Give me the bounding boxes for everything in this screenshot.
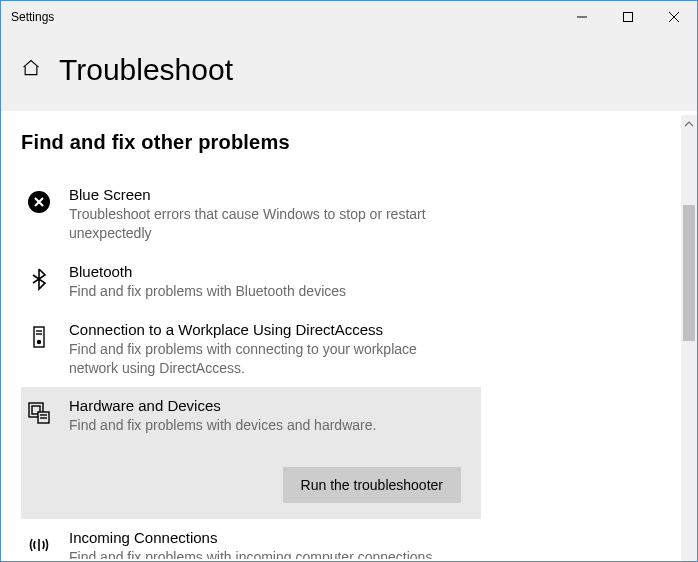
- hardware-icon: [25, 399, 53, 427]
- incoming-icon: [25, 531, 53, 559]
- run-troubleshooter-button[interactable]: Run the troubleshooter: [283, 467, 461, 503]
- blue-screen-icon: [25, 188, 53, 216]
- item-desc: Find and fix problems with Bluetooth dev…: [69, 282, 346, 301]
- bluetooth-icon: [25, 265, 53, 293]
- item-title: Connection to a Workplace Using DirectAc…: [69, 321, 467, 338]
- content-area: Find and fix other problems Blue Screen …: [1, 111, 697, 559]
- item-title: Bluetooth: [69, 263, 346, 280]
- window-title: Settings: [11, 10, 54, 24]
- item-hardware-devices[interactable]: Hardware and Devices Find and fix proble…: [21, 387, 481, 519]
- scroll-thumb[interactable]: [683, 205, 695, 341]
- page-title: Troubleshoot: [59, 53, 233, 87]
- item-title: Hardware and Devices: [69, 397, 376, 414]
- close-button[interactable]: [651, 1, 697, 33]
- item-title: Blue Screen: [69, 186, 467, 203]
- item-title: Incoming Connections: [69, 529, 432, 546]
- item-desc: Find and fix problems with devices and h…: [69, 416, 376, 435]
- titlebar[interactable]: Settings: [1, 1, 697, 33]
- header: Troubleshoot: [1, 33, 697, 111]
- home-icon[interactable]: [21, 58, 41, 82]
- svg-point-10: [38, 340, 41, 343]
- item-desc: Troubleshoot errors that cause Windows t…: [69, 205, 467, 243]
- window-controls: [559, 1, 697, 33]
- item-desc: Find and fix problems with connecting to…: [69, 340, 467, 378]
- item-bluetooth[interactable]: Bluetooth Find and fix problems with Blu…: [21, 253, 481, 311]
- item-desc: Find and fix problems with incoming comp…: [69, 548, 432, 559]
- svg-rect-1: [624, 13, 633, 22]
- scrollbar[interactable]: [681, 115, 697, 561]
- minimize-button[interactable]: [559, 1, 605, 33]
- troubleshoot-list: Blue Screen Troubleshoot errors that cau…: [21, 176, 677, 559]
- item-blue-screen[interactable]: Blue Screen Troubleshoot errors that cau…: [21, 176, 481, 253]
- scroll-up-icon[interactable]: [681, 115, 697, 133]
- item-incoming-connections[interactable]: Incoming Connections Find and fix proble…: [21, 519, 481, 559]
- maximize-button[interactable]: [605, 1, 651, 33]
- item-directaccess[interactable]: Connection to a Workplace Using DirectAc…: [21, 311, 481, 388]
- server-icon: [25, 323, 53, 351]
- section-title: Find and fix other problems: [21, 131, 677, 154]
